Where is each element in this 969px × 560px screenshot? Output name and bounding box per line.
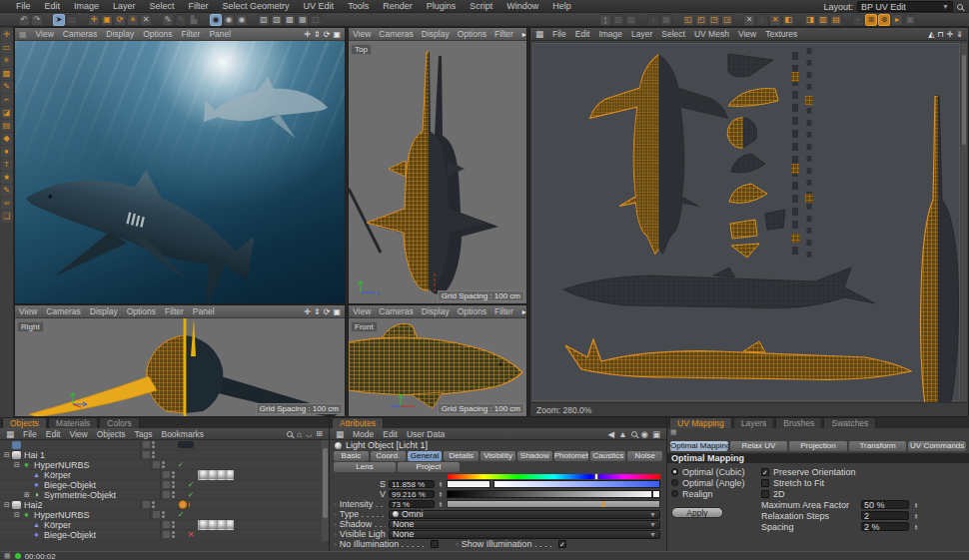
uv-menu-item[interactable]: Edit	[575, 29, 590, 39]
uv-polys-mode-icon[interactable]: ◳	[708, 14, 720, 26]
viewport-menu-item[interactable]: Display	[106, 29, 134, 39]
uv-edit-disabled-icon[interactable]: ▨	[612, 14, 624, 26]
attribute-tab[interactable]: Shadow	[517, 451, 552, 461]
viewport-menu-item[interactable]: Options	[458, 306, 486, 316]
attribute-tab[interactable]: Lens	[334, 462, 396, 472]
attribute-tab[interactable]: Coord.	[371, 451, 406, 461]
rectangle-selection-icon[interactable]: ▭	[66, 14, 78, 26]
visibility-toggles[interactable]	[160, 520, 186, 529]
field-value[interactable]: 50 %	[861, 500, 909, 509]
uv-menu-item[interactable]: Textures	[765, 29, 797, 39]
uv-slash-disabled-icon[interactable]: /	[756, 14, 768, 26]
zoom-icon[interactable]: ⇕	[314, 30, 321, 39]
attribute-tab[interactable]: Photometric	[554, 451, 589, 461]
viewport-right[interactable]: ViewCamerasDisplayOptionsFilterPanel ✛ ⇕…	[14, 304, 346, 417]
uv-mapping-subtab[interactable]: Relax UV	[730, 441, 788, 451]
viewport-menu-item[interactable]: Panel	[209, 29, 231, 39]
menu-item[interactable]: Layer	[113, 1, 136, 11]
uv-grid-rows-icon[interactable]: ▤	[830, 14, 842, 26]
paint-3d-icon[interactable]: ✎	[162, 14, 174, 26]
expander-icon[interactable]	[3, 501, 11, 509]
visibility-toggles[interactable]	[140, 500, 166, 509]
perspective-render[interactable]	[15, 41, 345, 303]
object-row[interactable]	[0, 440, 322, 450]
zoom-icon[interactable]: ⇕	[314, 307, 321, 316]
viewport-menu-item[interactable]: Cameras	[46, 306, 80, 316]
bp-text-icon[interactable]: T	[1, 159, 13, 171]
cube-side-icon[interactable]: ▩	[284, 14, 296, 26]
expander-icon[interactable]	[23, 491, 31, 499]
radio-icon[interactable]	[671, 468, 678, 475]
menu-item[interactable]: Image	[74, 1, 99, 11]
viewport-menu-item[interactable]: Filter	[494, 29, 513, 39]
paint-disabled-icon[interactable]: ✎	[175, 14, 187, 26]
uv-points-mode-icon[interactable]: ◱	[682, 14, 694, 26]
bp-move-icon[interactable]: ✛	[1, 29, 13, 41]
bp-eyedropper-icon[interactable]: ✎	[1, 185, 13, 197]
menu-item[interactable]: Edit	[45, 1, 61, 11]
uv-menu-item[interactable]: Layer	[631, 29, 652, 39]
intensity-value[interactable]: 73 %	[389, 500, 435, 508]
uv-panel-tab[interactable]: Layers	[733, 417, 775, 428]
uv-scrollbar[interactable]	[961, 43, 967, 401]
mapping-check-row[interactable]: 2D	[761, 488, 965, 499]
checkbox-icon[interactable]	[761, 479, 769, 487]
home-icon[interactable]: ⌂	[297, 429, 302, 439]
objects-menu-item[interactable]: Objects	[97, 429, 126, 439]
lock-icon[interactable]: ⊓	[937, 30, 943, 39]
menu-item[interactable]: Tools	[348, 1, 369, 11]
attribute-tab[interactable]: Visibility	[481, 451, 515, 461]
viewport-menu-item[interactable]: View	[36, 29, 54, 39]
texture-paint-icon[interactable]: ◉	[210, 14, 222, 26]
search-icon[interactable]	[631, 431, 637, 437]
field-value[interactable]: 2	[861, 511, 909, 520]
viewport-menu-item[interactable]: Display	[422, 29, 450, 39]
value-marker[interactable]	[651, 491, 653, 497]
attribute-tab[interactable]: General	[408, 451, 443, 461]
visibility-toggles[interactable]	[140, 450, 166, 459]
grid-handle-icon[interactable]: ▦	[535, 29, 543, 39]
attribute-tab[interactable]: Project	[398, 462, 460, 472]
texture-light-icon[interactable]: ◉	[236, 14, 248, 26]
uv-flag-icon[interactable]: ▸	[891, 14, 903, 26]
viewport-menu-item[interactable]: View	[353, 306, 371, 316]
orbit-icon[interactable]: ⟳	[324, 30, 331, 39]
enabled-check-icon[interactable]	[186, 480, 196, 489]
visibility-toggles[interactable]	[140, 440, 166, 449]
uv-mapping-subtab[interactable]: UV Commands	[908, 441, 966, 451]
viewport-menu-item[interactable]: Cameras	[379, 29, 413, 39]
intensity-slider[interactable]	[447, 500, 660, 508]
object-row[interactable]: HyperNURBS	[0, 460, 322, 470]
scale-tool-icon[interactable]: ▣	[101, 14, 113, 26]
viewport-perspective[interactable]: ▦ ViewCamerasDisplayOptionsFilterPanel ✛…	[14, 27, 346, 304]
enabled-check-icon[interactable]	[186, 540, 196, 541]
uv-mapping-subtab[interactable]: Transform	[849, 441, 907, 451]
expander-icon[interactable]	[23, 541, 31, 542]
value-gradient[interactable]	[447, 490, 660, 498]
tag-icons[interactable]	[178, 441, 194, 448]
viewport-front[interactable]: ViewCamerasDisplayOptionsFilter ▸ ✛ ⇕ ▣ …	[348, 304, 527, 417]
stepper-icon[interactable]	[913, 524, 919, 530]
cube-top-icon[interactable]: ▧	[258, 14, 270, 26]
attribute-tab[interactable]: Details	[444, 451, 479, 461]
attribute-tab[interactable]: Caustics	[590, 451, 625, 461]
viewport-menu-item[interactable]: Filter	[494, 306, 513, 316]
grid-handle-icon[interactable]: ▦	[670, 428, 677, 436]
mapping-radio-row[interactable]: Optimal (Angle)	[671, 477, 757, 488]
bp-fill-icon[interactable]: ◆	[1, 133, 13, 145]
uv-align-left-icon[interactable]: ◧	[782, 14, 794, 26]
search-icon[interactable]	[287, 431, 293, 437]
objects-menu-item[interactable]: File	[23, 429, 37, 439]
visibility-toggles[interactable]	[150, 460, 176, 469]
viewport-menu-item[interactable]: Filter	[165, 306, 184, 316]
uv-copy-disabled-icon[interactable]: ▣	[904, 14, 916, 26]
menu-item[interactable]: Render	[383, 1, 413, 11]
attributes-menu-item[interactable]: Edit	[383, 429, 398, 439]
field-value[interactable]: 2 %	[861, 522, 909, 531]
texture-wizard-icon[interactable]: ◉	[223, 14, 235, 26]
pan-icon[interactable]: ✛	[947, 30, 954, 39]
expand-icon[interactable]: ⊞	[316, 429, 323, 438]
viewport-menu-item[interactable]: Cameras	[63, 29, 97, 39]
viewport-menu-item[interactable]: View	[353, 29, 371, 39]
object-row[interactable]: Hai 1	[0, 450, 322, 460]
